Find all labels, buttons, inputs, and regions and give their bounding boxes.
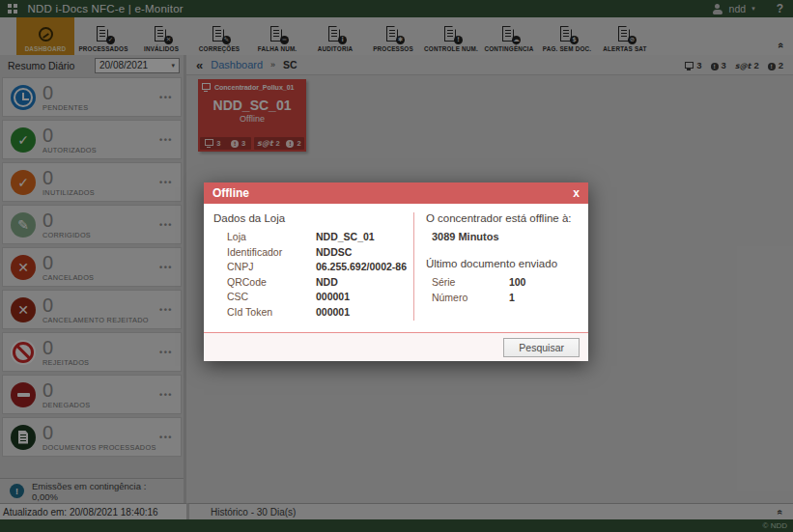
modal-footer: Pesquisar xyxy=(204,332,588,361)
offline-modal: Offline x Dados da Loja Loja NDD_SC_01 I… xyxy=(204,182,588,361)
close-icon[interactable]: x xyxy=(573,186,580,200)
last-doc-row: Número 1 xyxy=(432,292,579,303)
store-row: QRCode NDD xyxy=(227,276,408,288)
store-row: Loja NDD_SC_01 xyxy=(227,231,408,242)
store-row: Identificador NDDSC xyxy=(227,246,408,258)
store-row: CSC 000001 xyxy=(227,291,408,302)
store-row: CId Token 000001 xyxy=(227,306,408,318)
offline-info-column: O concentrador está offline à: 3089 Minu… xyxy=(414,212,579,321)
modal-title: Offline xyxy=(212,186,249,200)
last-doc-row: Série 100 xyxy=(432,276,579,288)
modal-header: Offline x xyxy=(204,182,588,204)
search-button[interactable]: Pesquisar xyxy=(503,338,580,357)
store-data-column: Dados da Loja Loja NDD_SC_01 Identificad… xyxy=(213,212,414,321)
offline-duration-heading: O concentrador está offline à: xyxy=(426,212,579,224)
app-window: NDD i-Docs NFC-e | e-Monitor ndd ▾ ? DAS… xyxy=(0,0,793,532)
offline-duration-value: 3089 Minutos xyxy=(432,231,579,242)
store-row: CNPJ 06.255.692/0002-86 xyxy=(227,261,408,272)
store-data-heading: Dados da Loja xyxy=(213,212,408,224)
last-document-heading: Último documento enviado xyxy=(426,258,579,269)
